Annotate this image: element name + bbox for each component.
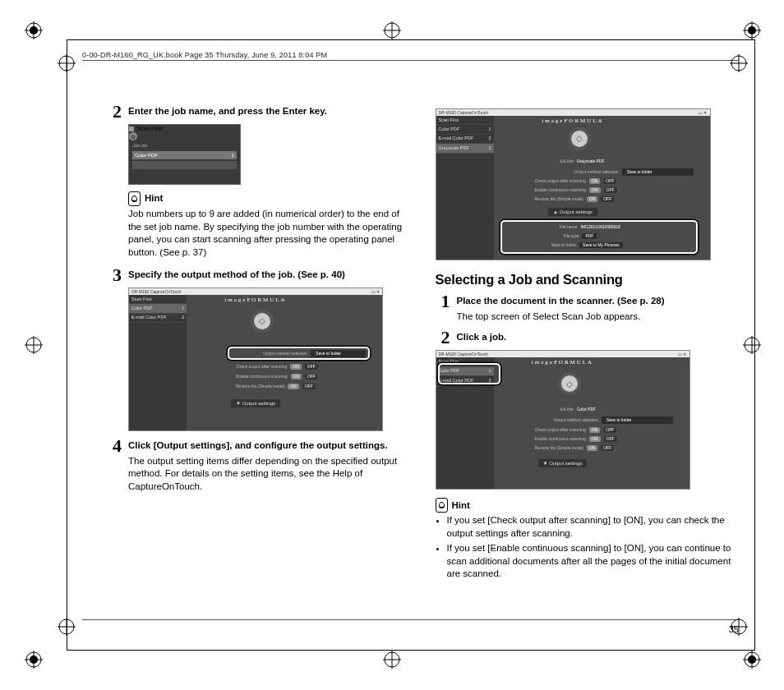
window-title: DR-M160 CaptureOnTouch: [439, 352, 489, 357]
crop-mark-icon: [25, 21, 43, 39]
sidebar-item: E-mail Color PDF2: [129, 314, 187, 323]
window-title: DR-M160 CaptureOnTouch: [131, 289, 182, 295]
step-heading: Place the document in the scanner. (See …: [457, 295, 740, 308]
hairline-top: [82, 60, 739, 61]
scan-button-icon: ◇: [254, 313, 270, 329]
crop-mark-icon: [58, 618, 76, 636]
step-text: The output setting items differ dependin…: [128, 455, 411, 494]
hint-text: Job numbers up to 9 are added (in numeri…: [128, 208, 411, 259]
svg-point-11: [30, 656, 38, 664]
output-settings-button: ▼ Output settings: [538, 459, 588, 467]
scan-button-icon: ◇: [571, 131, 588, 147]
job-entry: Color PDF 1: [132, 151, 237, 159]
hint-item: If you set [Check output after scanning]…: [447, 514, 740, 540]
step-heading: Specify the output method of the job. (S…: [128, 269, 411, 282]
sidebar-item: Color PDF1: [436, 125, 494, 134]
screenshot-click-job: DR-M160 CaptureOnTouch▭ ✕ imageFORMULA S…: [436, 350, 690, 490]
crop-mark-icon: [743, 336, 761, 354]
step-1: 1 Place the document in the scanner. (Se…: [436, 295, 740, 323]
window-controls-icon: ▭ ✕: [678, 352, 686, 357]
sidebar-item: Grayscale PDF3: [436, 144, 494, 153]
hint-item: If you set [Enable continuous scanning] …: [447, 542, 740, 581]
step-heading: Click a job.: [457, 331, 740, 344]
gear-icon: ✿: [129, 132, 137, 140]
sidebar-item: Scan First: [436, 116, 494, 125]
window-title: DR-M160 CaptureOnTouch: [439, 110, 489, 116]
crop-mark-icon: [25, 336, 43, 354]
step-number: 2: [436, 329, 450, 347]
step-number: 4: [107, 437, 122, 493]
sidebar-item: Scan First: [129, 295, 187, 304]
sidebar-item: Color PDF1: [129, 304, 187, 313]
window-controls-icon: ▭ ✕: [371, 289, 380, 295]
window-controls-icon: ▭ ✕: [699, 110, 707, 116]
hint-list: If you set [Check output after scanning]…: [436, 514, 740, 581]
highlight-box: [438, 363, 500, 384]
highlight-box: [129, 169, 240, 181]
header-meta: 0-00-DR-M160_RG_UK.book Page 35 Thursday…: [82, 50, 739, 60]
crop-mark-icon: [383, 651, 401, 669]
step-number: 2: [107, 103, 122, 121]
scan-first-dialog: Scan First ✿ Job list Color PDF 1: [128, 124, 241, 185]
crop-mark-icon: [383, 21, 401, 39]
step-heading: Enter the job name, and press the Enter …: [128, 105, 411, 118]
hint-icon: [436, 498, 448, 513]
crop-mark-icon: [730, 54, 748, 72]
highlight-box: [500, 220, 698, 254]
section-heading: Selecting a Job and Scanning: [436, 270, 740, 288]
sidebar-item: E-mail Color PDF2: [436, 135, 494, 144]
highlight-box: [228, 347, 370, 360]
output-settings-button: ▼ Output settings: [231, 399, 280, 407]
hint-heading: Hint: [128, 191, 411, 206]
step-4: 4 Click [Output settings], and configure…: [107, 439, 411, 493]
crop-mark-icon: [743, 21, 761, 39]
step-2r: 2 Click a job.: [436, 331, 740, 347]
screenshot-output-settings: DR-M160 CaptureOnTouch▭ ✕ imageFORMULA S…: [436, 108, 711, 260]
left-column: 2 Enter the job name, and press the Ente…: [107, 105, 411, 608]
output-settings-button: ▲ Output settings: [548, 208, 597, 216]
screenshot-output-method: DR-M160 CaptureOnTouch▭ ✕ imageFORMULA S…: [128, 288, 383, 431]
step-heading: Click [Output settings], and configure t…: [128, 439, 411, 453]
crop-mark-icon: [743, 651, 761, 669]
step-2: 2 Enter the job name, and press the Ente…: [107, 105, 411, 121]
hint-icon: [128, 191, 141, 206]
crop-mark-icon: [25, 651, 43, 669]
svg-point-3: [30, 26, 38, 34]
svg-point-7: [748, 26, 756, 34]
crop-mark-icon: [58, 54, 76, 72]
right-column: DR-M160 CaptureOnTouch▭ ✕ imageFORMULA S…: [436, 105, 740, 608]
dialog-title: Scan First: [129, 125, 240, 132]
step-text: The top screen of Select Scan Job appear…: [457, 310, 740, 324]
step-number: 3: [107, 266, 122, 284]
hint-heading: Hint: [436, 498, 740, 513]
dialog-subtitle: Job list: [129, 140, 240, 150]
scan-button-icon: ◇: [561, 375, 578, 392]
job-row-new: [132, 161, 237, 169]
svg-point-15: [748, 656, 756, 664]
step-3: 3 Specify the output method of the job. …: [107, 269, 411, 284]
crop-mark-icon: [730, 618, 748, 636]
step-number: 1: [436, 292, 450, 323]
hairline-bottom: [82, 619, 739, 620]
